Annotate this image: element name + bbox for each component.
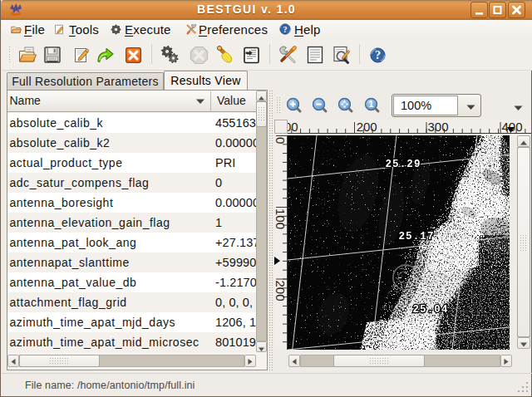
svg-text:?: ? [375, 48, 381, 61]
svg-text:25.17: 25.17 [398, 231, 434, 243]
svg-text:25.04: 25.04 [412, 304, 448, 316]
svg-text:00: 00 [288, 120, 298, 134]
svg-text:200: 200 [274, 281, 288, 301]
svg-text:1: 1 [369, 99, 374, 109]
svg-text:25.29: 25.29 [385, 159, 421, 170]
svg-text:?: ? [283, 25, 287, 34]
svg-text:100: 100 [274, 208, 288, 229]
svg-text:0: 0 [274, 137, 288, 144]
svg-text:300: 300 [428, 120, 449, 134]
svg-text:400: 400 [502, 120, 523, 134]
svg-text:200: 200 [357, 120, 377, 134]
